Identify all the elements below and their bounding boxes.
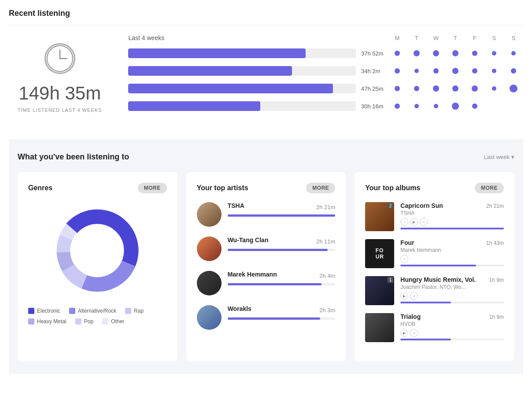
dot-cell bbox=[426, 85, 446, 92]
dot-cell bbox=[504, 51, 523, 55]
top-artists-more-button[interactable]: MORE bbox=[306, 183, 335, 193]
time-label: TIME LISTENED LAST 4 WEEKS bbox=[18, 107, 102, 113]
genres-more-button[interactable]: MORE bbox=[138, 183, 167, 193]
listening-section-title: What you've been listening to bbox=[18, 152, 129, 162]
service-icon: ▶ bbox=[400, 329, 408, 337]
artist-name: Wu-Tang Clan bbox=[228, 236, 269, 244]
artist-header-row: Wu-Tang Clan2h 11m bbox=[228, 236, 336, 246]
album-title: Trialog bbox=[400, 313, 421, 320]
legend-item: Pop bbox=[75, 318, 93, 325]
top-artists-title: Your top artists bbox=[197, 184, 248, 192]
clock-icon bbox=[44, 43, 75, 74]
legend-color bbox=[28, 308, 34, 314]
dot-cell bbox=[446, 68, 465, 74]
artist-meta: Marek Hemmann2h 4m bbox=[228, 271, 336, 285]
dot-cell bbox=[388, 51, 407, 56]
album-services: ▶+ bbox=[400, 329, 504, 337]
dot-circle bbox=[434, 104, 438, 108]
dot-cell bbox=[504, 85, 523, 92]
artist-header-row: Worakls2h 3m bbox=[228, 305, 336, 315]
dot-circle bbox=[433, 68, 439, 74]
album-time: 1h 9m bbox=[489, 277, 504, 283]
bars-container: 37h 52m34h 2m47h 25m30h 16m bbox=[128, 48, 523, 111]
genres-card: Genres MORE bbox=[18, 172, 177, 361]
dot-cell bbox=[446, 103, 465, 110]
dot-circle bbox=[414, 86, 419, 91]
dots-row bbox=[388, 85, 523, 92]
dot-cell bbox=[484, 69, 504, 73]
service-icon: + bbox=[420, 218, 428, 226]
albums-container: 2Capricorn Sun2h 21mTSHA♪▶+FO URFour1h 4… bbox=[365, 202, 504, 342]
legend-label: Electronic bbox=[37, 308, 60, 314]
artist-time: 2h 11m bbox=[316, 238, 335, 245]
dot-circle bbox=[472, 68, 477, 74]
album-header-row: Capricorn Sun2h 21m bbox=[400, 202, 504, 210]
day-label: T bbox=[446, 35, 465, 41]
legend-label: Alternative/Rock bbox=[78, 308, 116, 314]
artist-meta: TSHA2h 21m bbox=[228, 202, 336, 217]
dot-circle bbox=[414, 50, 420, 56]
dot-cell bbox=[388, 68, 407, 74]
dot-circle bbox=[511, 68, 516, 74]
top-albums-more-button[interactable]: MORE bbox=[475, 183, 504, 193]
legend-item: Alternative/Rock bbox=[69, 308, 116, 314]
album-bar-fill bbox=[400, 302, 451, 303]
album-thumb bbox=[365, 313, 394, 342]
artist-row: TSHA2h 21m bbox=[197, 202, 336, 227]
album-item: 2Capricorn Sun2h 21mTSHA♪▶+ bbox=[365, 202, 504, 231]
dot-cell bbox=[407, 69, 426, 73]
artist-avatar bbox=[197, 305, 222, 330]
dot-circle bbox=[395, 103, 400, 109]
dot-circle bbox=[472, 51, 477, 56]
artist-bar-bg bbox=[228, 249, 336, 251]
album-time: 2h 21m bbox=[486, 203, 504, 209]
top-albums-title: Your top albums bbox=[365, 184, 420, 192]
dot-cell bbox=[465, 68, 484, 74]
dot-circle bbox=[414, 69, 419, 73]
dot-circle bbox=[472, 103, 477, 109]
day-label: W bbox=[426, 35, 446, 41]
recent-listening-section: 149h 35m TIME LISTENED LAST 4 WEEKS Last… bbox=[9, 34, 523, 122]
album-info: Four1h 43mMarek Hemmann+ bbox=[400, 239, 504, 266]
bar-row: 30h 16m bbox=[128, 101, 523, 111]
genres-card-header: Genres MORE bbox=[28, 183, 167, 193]
artist-row: Wu-Tang Clan2h 11m bbox=[197, 236, 336, 261]
legend-color bbox=[28, 318, 34, 325]
listening-header: What you've been listening to Last week … bbox=[18, 152, 514, 162]
time-display: 149h 35m TIME LISTENED LAST 4 WEEKS bbox=[9, 34, 111, 122]
artist-bar-fill bbox=[228, 317, 320, 320]
service-icon: ♪ bbox=[400, 218, 408, 226]
day-label: S bbox=[484, 35, 504, 41]
bars-period-label: Last 4 weeks bbox=[128, 34, 388, 41]
bar-fill bbox=[128, 66, 292, 76]
day-label: M bbox=[388, 35, 407, 41]
bars-section: Last 4 weeks MTWTFSS 37h 52m34h 2m47h 25… bbox=[128, 34, 523, 119]
artists-container: TSHA2h 21mWu-Tang Clan2h 11mMarek Hemman… bbox=[197, 202, 336, 330]
dots-row bbox=[388, 50, 523, 56]
artist-row: Marek Hemmann2h 4m bbox=[197, 271, 336, 295]
album-bar-bg bbox=[400, 265, 504, 266]
service-icon: + bbox=[400, 255, 408, 263]
album-artist: Joachim Pastor, NTO, Wo... bbox=[400, 284, 504, 290]
dot-cell bbox=[484, 51, 504, 55]
bar-container bbox=[128, 84, 356, 93]
top-albums-card-header: Your top albums MORE bbox=[365, 183, 504, 193]
album-title: Capricorn Sun bbox=[400, 202, 443, 209]
dot-circle bbox=[433, 85, 439, 92]
period-selector[interactable]: Last week ▾ bbox=[484, 154, 514, 160]
artist-name: Worakls bbox=[228, 305, 251, 312]
dot-circle bbox=[452, 50, 458, 56]
album-bar-bg bbox=[400, 302, 504, 303]
bar-time: 37h 52m bbox=[361, 50, 388, 57]
album-thumb: 1 bbox=[365, 276, 394, 305]
top-artists-card-header: Your top artists MORE bbox=[197, 183, 336, 193]
day-label: S bbox=[504, 35, 523, 41]
artist-time: 2h 21m bbox=[316, 204, 335, 210]
dot-cell bbox=[465, 51, 484, 56]
album-bar-fill bbox=[400, 228, 504, 229]
album-thumb: FO UR bbox=[365, 239, 394, 268]
album-time: 1h 9m bbox=[489, 314, 504, 320]
genres-title: Genres bbox=[28, 184, 52, 192]
dot-circle bbox=[492, 69, 496, 73]
artist-header-row: Marek Hemmann2h 4m bbox=[228, 271, 336, 281]
